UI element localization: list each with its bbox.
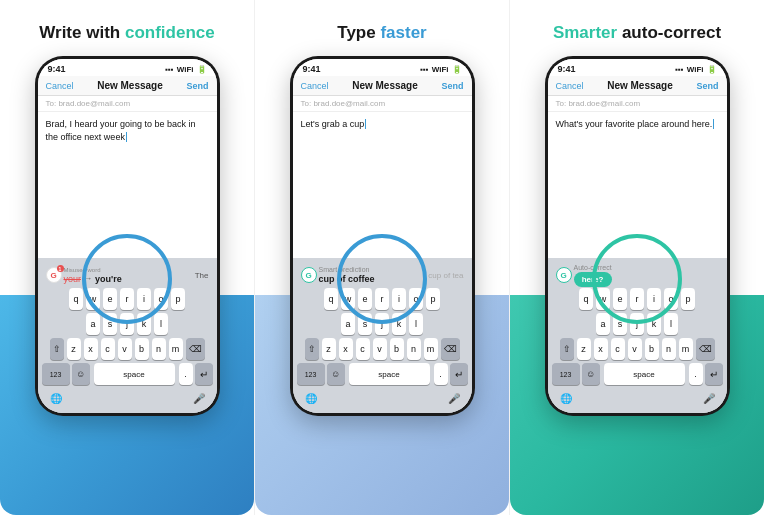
keyboard-3: G Auto-correct here? q w e r i (548, 258, 727, 413)
message-area-1[interactable]: Brad, I heard your going to be back in t… (38, 112, 217, 258)
panel-1-title: Write with confidence (39, 22, 214, 44)
phone-nav-1: Cancel New Message Send (38, 76, 217, 96)
keyboard-row-3a: q w e r i o p (552, 288, 723, 310)
to-line-3: To: brad.doe@mail.com (548, 96, 727, 112)
grammarly-icon-1: G 1 (46, 267, 62, 283)
correction-suggestion-1: Misused word your → you're (64, 267, 193, 284)
to-line-1: To: brad.doe@mail.com (38, 96, 217, 112)
panel-smarter-autocorrect: Smarter auto-correct 9:41 ▪▪▪ WiFi 🔋 Can… (510, 0, 764, 515)
grammarly-icon-2: G (301, 267, 317, 283)
message-area-2[interactable]: Let's grab a cup (293, 112, 472, 258)
phone-nav-3: Cancel New Message Send (548, 76, 727, 96)
status-bar-1: 9:41 ▪▪▪ WiFi 🔋 (38, 59, 217, 76)
bottom-bar-3: 🌐 🎤 (552, 387, 723, 409)
phone-mockup-1: 9:41 ▪▪▪ WiFi 🔋 Cancel New Message Send … (35, 56, 220, 416)
keyboard-row-3b: a s j k l (552, 313, 723, 335)
keyboard-row-2b: a s j k l (297, 313, 468, 335)
bottom-bar-1: 🌐 🎤 (42, 387, 213, 409)
panel-type-faster: Type faster 9:41 ▪▪▪ WiFi 🔋 Cancel New M… (254, 0, 510, 515)
autocorrect-suggestion: Auto-correct here? (574, 264, 719, 287)
status-bar-2: 9:41 ▪▪▪ WiFi 🔋 (293, 59, 472, 76)
panel-3-title: Smarter auto-correct (553, 22, 721, 44)
keyboard-1: G 1 Misused word your → you're (38, 258, 217, 413)
bottom-bar-2: 🌐 🎤 (297, 387, 468, 409)
panel-write-confidence: Write with confidence 9:41 ▪▪▪ WiFi 🔋 Ca… (0, 0, 254, 515)
panel-2-title: Type faster (337, 22, 426, 44)
to-line-2: To: brad.doe@mail.com (293, 96, 472, 112)
keyboard-row-1c: ⇧ z x c v b n m ⌫ (42, 338, 213, 360)
phone-mockup-3: 9:41 ▪▪▪ WiFi 🔋 Cancel New Message Send … (545, 56, 730, 416)
keyboard-row-1a: q w e r i o p (42, 288, 213, 310)
keyboard-2: G Smart prediction cup of coffee cup of … (293, 258, 472, 413)
correction-bar-2: G Smart prediction cup of coffee cup of … (297, 262, 468, 288)
phone-mockup-2: 9:41 ▪▪▪ WiFi 🔋 Cancel New Message Send … (290, 56, 475, 416)
keyboard-row-1b: a s j k l (42, 313, 213, 335)
phone-nav-2: Cancel New Message Send (293, 76, 472, 96)
keyboard-row-2a: q w e r i o p (297, 288, 468, 310)
message-area-3[interactable]: What's your favorite place around here. (548, 112, 727, 258)
keyboard-row-2c: ⇧ z x c v b n m ⌫ (297, 338, 468, 360)
correction-bar-1: G 1 Misused word your → you're (42, 262, 213, 288)
status-bar-3: 9:41 ▪▪▪ WiFi 🔋 (548, 59, 727, 76)
smart-prediction: Smart prediction cup of coffee (319, 266, 427, 284)
keyboard-row-3c: ⇧ z x c v b n m ⌫ (552, 338, 723, 360)
grammarly-icon-3: G (556, 267, 572, 283)
correction-bar-3: G Auto-correct here? (552, 262, 723, 288)
